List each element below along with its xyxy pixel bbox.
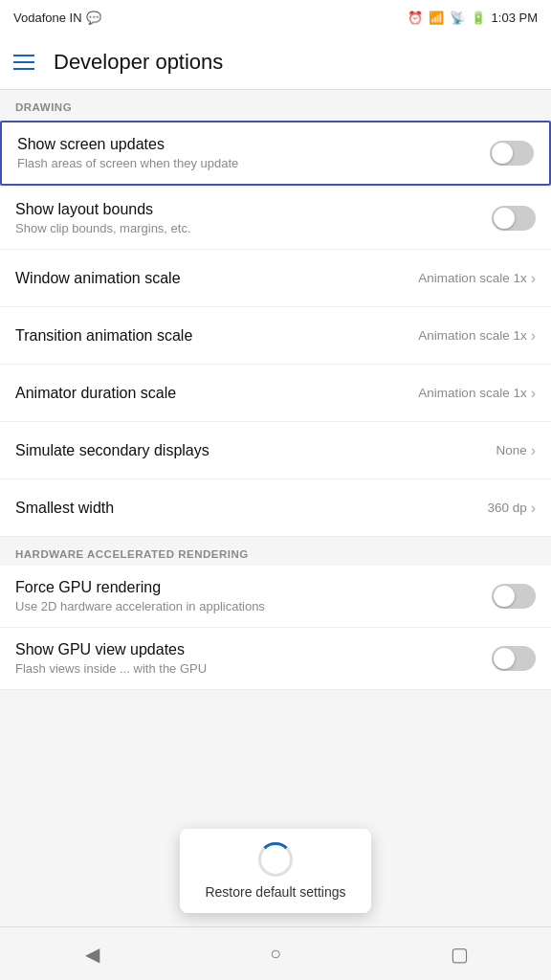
item-title-show-screen-updates: Show screen updates (17, 136, 490, 153)
toggle-knob (494, 648, 515, 669)
item-title-smallest-width: Smallest width (15, 500, 487, 517)
toggle-show-gpu-view-updates[interactable] (492, 646, 536, 671)
value-text: Animation scale 1x (418, 328, 526, 343)
section-header-drawing: DRAWING (0, 90, 551, 119)
value-text: Animation scale 1x (418, 386, 526, 400)
item-subtitle-show-gpu-view-updates: Flash views inside ... with the GPU (15, 661, 492, 676)
carrier-label: Vodafone IN (13, 11, 82, 25)
chevron-icon: › (531, 385, 536, 402)
list-item-animator-duration-scale[interactable]: Animator duration scale Animation scale … (0, 365, 551, 422)
app-bar: Developer options (0, 34, 551, 90)
item-value-window-animation-scale: Animation scale 1x › (418, 270, 536, 287)
item-title-force-gpu-rendering: Force GPU rendering (15, 579, 492, 596)
toggle-show-layout-bounds[interactable] (492, 206, 536, 231)
item-title-show-layout-bounds: Show layout bounds (15, 201, 492, 218)
value-text: Animation scale 1x (418, 271, 526, 285)
item-text-force-gpu-rendering: Force GPU rendering Use 2D hardware acce… (15, 579, 492, 613)
carrier-icon: 💬 (86, 11, 101, 25)
item-subtitle-show-layout-bounds: Show clip bounds, margins, etc. (15, 221, 492, 235)
list-item-force-gpu-rendering[interactable]: Force GPU rendering Use 2D hardware acce… (0, 566, 551, 628)
bottom-nav: ◀ ○ ▢ (0, 926, 551, 980)
item-value-transition-animation-scale: Animation scale 1x › (418, 327, 536, 345)
item-text-show-layout-bounds: Show layout bounds Show clip bounds, mar… (15, 201, 492, 235)
value-text: 360 dp (487, 501, 526, 515)
item-value-animator-duration-scale: Animation scale 1x › (418, 385, 536, 402)
item-title-transition-animation-scale: Transition animation scale (15, 327, 418, 345)
list-item-show-screen-updates[interactable]: Show screen updates Flash areas of scree… (0, 121, 551, 186)
item-title-show-gpu-view-updates: Show GPU view updates (15, 641, 492, 658)
battery-icon: 🔋 (471, 11, 486, 25)
chevron-icon: › (531, 500, 536, 517)
item-title-window-animation-scale: Window animation scale (15, 270, 418, 287)
status-icons: ⏰ 📶 📡 🔋 1:03 PM (408, 11, 538, 25)
recent-apps-button[interactable]: ▢ (438, 933, 480, 975)
chevron-icon: › (531, 327, 536, 345)
list-item-transition-animation-scale[interactable]: Transition animation scale Animation sca… (0, 307, 551, 365)
list-item-show-layout-bounds[interactable]: Show layout bounds Show clip bounds, mar… (0, 188, 551, 250)
chevron-icon: › (531, 270, 536, 287)
item-text-window-animation-scale: Window animation scale (15, 270, 418, 287)
content-area: DRAWING Show screen updates Flash areas … (0, 90, 551, 926)
item-value-smallest-width: 360 dp › (487, 500, 536, 517)
toggle-force-gpu-rendering[interactable] (492, 584, 536, 609)
item-value-simulate-secondary-displays: None › (496, 442, 536, 459)
item-text-simulate-secondary-displays: Simulate secondary displays (15, 442, 496, 459)
restore-defaults-tooltip[interactable]: Restore default settings (180, 829, 371, 913)
section-header-hardware: HARDWARE ACCELERATED RENDERING (0, 537, 551, 566)
item-title-animator-duration-scale: Animator duration scale (15, 385, 418, 402)
page-title: Developer options (54, 50, 223, 75)
list-item-smallest-width[interactable]: Smallest width 360 dp › (0, 479, 551, 537)
item-subtitle-force-gpu-rendering: Use 2D hardware acceleration in applicat… (15, 599, 492, 613)
toggle-knob (492, 143, 513, 164)
home-button[interactable]: ○ (254, 933, 297, 975)
carrier-text: Vodafone IN 💬 (13, 11, 101, 25)
item-title-simulate-secondary-displays: Simulate secondary displays (15, 442, 496, 459)
value-text: None (496, 443, 526, 457)
spinner-icon (258, 842, 293, 877)
signal-icon: 📡 (450, 11, 465, 25)
chevron-icon: › (531, 442, 536, 459)
item-text-animator-duration-scale: Animator duration scale (15, 385, 418, 402)
list-item-show-gpu-view-updates[interactable]: Show GPU view updates Flash views inside… (0, 628, 551, 690)
toggle-knob (494, 208, 515, 229)
item-text-show-screen-updates: Show screen updates Flash areas of scree… (17, 136, 490, 170)
item-text-smallest-width: Smallest width (15, 500, 487, 517)
tooltip-label: Restore default settings (205, 884, 345, 900)
item-subtitle-show-screen-updates: Flash areas of screen when they update (17, 156, 490, 170)
toggle-knob (494, 586, 515, 607)
wifi-icon: 📶 (429, 11, 444, 25)
item-text-show-gpu-view-updates: Show GPU view updates Flash views inside… (15, 641, 492, 676)
toggle-show-screen-updates[interactable] (490, 141, 534, 166)
alarm-icon: ⏰ (408, 11, 423, 25)
menu-button[interactable] (13, 55, 34, 70)
list-item-simulate-secondary-displays[interactable]: Simulate secondary displays None › (0, 422, 551, 479)
time-label: 1:03 PM (492, 11, 538, 25)
status-bar: Vodafone IN 💬 ⏰ 📶 📡 🔋 1:03 PM (0, 0, 551, 34)
back-button[interactable]: ◀ (71, 933, 113, 975)
item-text-transition-animation-scale: Transition animation scale (15, 327, 418, 345)
list-item-window-animation-scale[interactable]: Window animation scale Animation scale 1… (0, 250, 551, 307)
